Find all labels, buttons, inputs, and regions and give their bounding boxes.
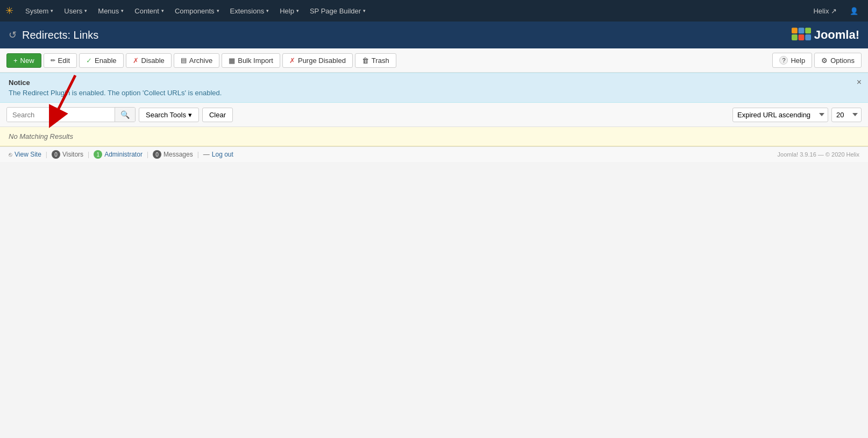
header-bar: ↺ Redirects: Links Joomla!	[0, 22, 868, 48]
chevron-down-icon: ▾	[51, 8, 53, 13]
chevron-down-icon: ▾	[188, 111, 192, 119]
view-site-icon: ⎋	[9, 151, 12, 158]
top-navbar: ✳ System ▾ Users ▾ Menus ▾ Content ▾ Com…	[0, 0, 868, 22]
notice-bar: Notice The Redirect Plugin is enabled. T…	[0, 73, 868, 103]
gear-icon: ⚙	[821, 56, 828, 65]
disable-icon: ✗	[133, 56, 139, 65]
chevron-down-icon: ▾	[121, 8, 124, 13]
nav-item-sp-page-builder[interactable]: SP Page Builder ▾	[304, 0, 371, 22]
search-bar: 🔍 Search Tools ▾ Clear Expired URL ascen…	[0, 103, 868, 127]
nav-item-content[interactable]: Content ▾	[129, 0, 169, 22]
nav-item-components[interactable]: Components ▾	[169, 0, 225, 22]
clear-button[interactable]: Clear	[202, 108, 233, 122]
no-results-message: No Matching Results	[0, 127, 868, 146]
chevron-down-icon: ▾	[161, 8, 164, 13]
svg-rect-3	[798, 34, 804, 40]
options-button[interactable]: ⚙ Options	[814, 53, 862, 68]
trash-icon: 🗑	[362, 56, 369, 65]
chevron-down-icon: ▾	[84, 8, 87, 13]
purge-icon: ✗	[289, 56, 295, 65]
messages-badge: 0	[153, 150, 161, 159]
toolbar-right: ? Help ⚙ Options	[772, 53, 862, 68]
search-submit-button[interactable]: 🔍	[115, 108, 135, 122]
top-nav-right: Helix ↗ 👤	[809, 7, 863, 15]
messages-label: Messages	[163, 151, 193, 158]
svg-rect-1	[798, 28, 804, 34]
purge-disabled-button[interactable]: ✗ Purge Disabled	[282, 53, 353, 68]
notice-close-button[interactable]: ×	[857, 77, 862, 87]
nav-item-help[interactable]: Help ▾	[274, 0, 304, 22]
administrator-link[interactable]: Administrator	[104, 151, 143, 158]
search-right: Expired URL ascendingExpired URL descend…	[732, 108, 862, 122]
joomla-logo-svg	[792, 27, 811, 43]
check-icon: ✓	[86, 56, 92, 65]
disable-button[interactable]: ✗ Disable	[126, 53, 172, 68]
archive-button[interactable]: ▤ Archive	[174, 53, 219, 68]
chevron-down-icon: ▾	[217, 8, 219, 13]
trash-button[interactable]: 🗑 Trash	[355, 53, 396, 68]
joomla-logo-text: Joomla!	[814, 28, 859, 42]
limit-select[interactable]: 5101520253050100	[831, 108, 862, 122]
version-text: Joomla! 3.9.16 — © 2020 Helix	[778, 151, 859, 158]
archive-icon: ▤	[181, 56, 187, 64]
nav-item-users[interactable]: Users ▾	[59, 0, 93, 22]
refresh-icon[interactable]: ↺	[9, 29, 17, 41]
bulk-import-icon: ▦	[229, 56, 235, 65]
chevron-down-icon: ▾	[363, 8, 366, 13]
svg-rect-0	[792, 28, 798, 34]
search-input[interactable]	[7, 108, 115, 122]
svg-rect-5	[805, 34, 811, 40]
logout-link[interactable]: Log out	[212, 151, 233, 158]
helix-link[interactable]: Helix ↗	[809, 7, 841, 15]
nav-item-extensions[interactable]: Extensions ▾	[225, 0, 275, 22]
dash-icon: —	[203, 151, 210, 158]
notice-title: Notice	[9, 79, 859, 87]
toolbar: + New ✏ Edit ✓ Enable ✗ Disable ▤ Archiv…	[0, 48, 868, 73]
search-icon: 🔍	[120, 110, 130, 119]
help-icon: ?	[779, 56, 788, 65]
plus-icon: +	[13, 56, 18, 65]
sort-select[interactable]: Expired URL ascendingExpired URL descend…	[732, 108, 828, 122]
admin-badge: 1	[94, 150, 102, 159]
top-nav-menu: System ▾ Users ▾ Menus ▾ Content ▾ Compo…	[20, 0, 807, 22]
svg-rect-2	[792, 34, 798, 40]
search-input-wrap: 🔍	[6, 107, 136, 122]
joomla-top-logo: ✳	[5, 5, 13, 17]
svg-rect-4	[805, 28, 811, 34]
chevron-down-icon: ▾	[296, 8, 299, 13]
nav-item-system[interactable]: System ▾	[20, 0, 59, 22]
visitors-badge: 0	[52, 150, 60, 159]
nav-item-menus[interactable]: Menus ▾	[93, 0, 129, 22]
edit-icon: ✏	[51, 57, 55, 64]
footer: ⎋ View Site | 0 Visitors | 1 Administrat…	[0, 146, 868, 162]
new-button[interactable]: + New	[6, 53, 41, 68]
edit-button[interactable]: ✏ Edit	[44, 53, 77, 68]
notice-message: The Redirect Plugin is enabled. The opti…	[9, 89, 859, 97]
bulk-import-button[interactable]: ▦ Bulk Import	[222, 53, 280, 68]
search-tools-button[interactable]: Search Tools ▾	[139, 108, 199, 122]
enable-button[interactable]: ✓ Enable	[79, 53, 123, 68]
user-menu[interactable]: 👤	[845, 7, 863, 15]
chevron-down-icon: ▾	[266, 8, 269, 13]
visitors-label: Visitors	[62, 151, 83, 158]
help-button[interactable]: ? Help	[772, 53, 812, 68]
joomla-logo: Joomla!	[792, 27, 859, 43]
view-site-link[interactable]: View Site	[15, 151, 41, 158]
page-title: Redirects: Links	[22, 29, 792, 41]
